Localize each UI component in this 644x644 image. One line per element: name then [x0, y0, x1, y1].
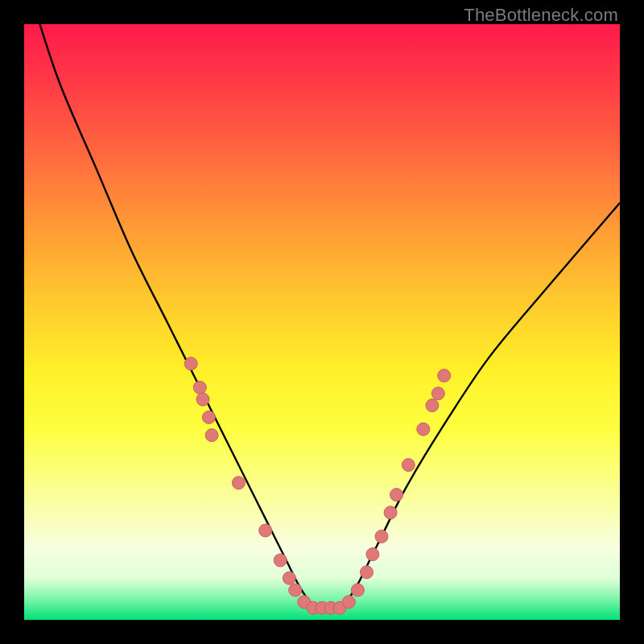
data-dot — [426, 399, 439, 412]
data-dot — [196, 393, 209, 406]
chart-svg — [24, 24, 620, 620]
data-dot — [390, 489, 403, 502]
data-dot — [342, 596, 355, 609]
data-dot — [438, 369, 451, 382]
data-dot — [283, 572, 295, 584]
data-dot — [361, 566, 374, 579]
data-dot — [259, 524, 272, 537]
data-dot — [274, 554, 287, 567]
plot-area — [24, 24, 620, 620]
watermark-text: TheBottleneck.com — [464, 5, 618, 26]
data-dot — [232, 477, 245, 489]
data-dot — [417, 423, 430, 436]
bottleneck-curve — [36, 24, 620, 609]
data-dot — [205, 429, 218, 442]
data-dot — [402, 459, 415, 472]
data-dot — [351, 584, 364, 597]
data-dot — [375, 530, 388, 543]
data-dot — [384, 506, 397, 519]
data-dots — [184, 357, 451, 614]
data-dot — [289, 584, 302, 597]
chart-frame — [24, 24, 620, 620]
data-dot — [193, 381, 206, 394]
data-dot — [202, 411, 215, 423]
data-dot — [184, 357, 197, 370]
data-dot — [431, 387, 444, 400]
data-dot — [366, 548, 379, 561]
